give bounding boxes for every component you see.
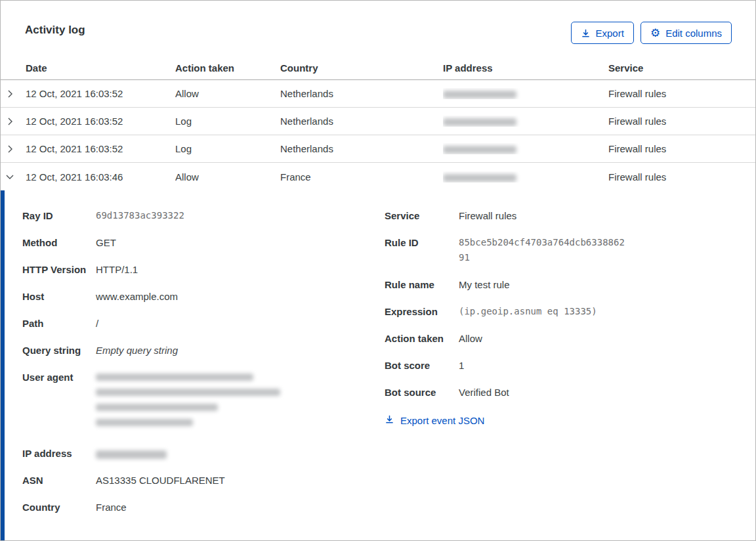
- field-ip-address: IP address: [22, 446, 385, 461]
- field-host: Host www.example.com: [22, 289, 385, 304]
- event-detail-panel: Ray ID 69d13783ac393322 Method GET HTTP …: [1, 190, 755, 540]
- field-ray-id: Ray ID 69d13783ac393322: [22, 208, 385, 223]
- download-icon: [581, 28, 591, 38]
- field-user-agent: User agent: [22, 370, 385, 434]
- cell-country: Netherlands: [280, 88, 443, 99]
- field-country: Country France: [22, 500, 385, 515]
- cell-action-taken: Allow: [175, 88, 280, 99]
- cell-action-taken: Allow: [175, 171, 280, 183]
- edit-columns-button[interactable]: ⚙ Edit columns: [640, 22, 732, 44]
- expand-row-button[interactable]: [3, 115, 16, 128]
- gear-icon: ⚙: [650, 28, 660, 39]
- chevron-down-icon: [5, 174, 15, 183]
- cell-service: Firewall rules: [608, 116, 755, 127]
- field-rule-id: Rule ID 85bce5b204cf4703a764dcb633886291: [385, 235, 742, 265]
- chevron-right-icon: [5, 146, 15, 156]
- cell-ip-address-redacted: [443, 171, 608, 183]
- field-bot-source: Bot source Verified Bot: [385, 385, 742, 400]
- field-action-taken: Action taken Allow: [385, 331, 742, 346]
- cell-country: Netherlands: [280, 116, 443, 127]
- cell-date: 12 Oct, 2021 16:03:52: [26, 116, 175, 127]
- export-button[interactable]: Export: [571, 22, 634, 44]
- field-service: Service Firewall rules: [385, 208, 742, 223]
- cell-action-taken: Log: [175, 143, 280, 154]
- cell-ip-address-redacted: [443, 88, 608, 99]
- cell-country: France: [280, 171, 443, 183]
- cell-date: 12 Oct, 2021 16:03:52: [26, 143, 175, 154]
- cell-service: Firewall rules: [608, 171, 755, 183]
- expand-row-button[interactable]: [3, 87, 16, 100]
- download-icon: [385, 414, 394, 426]
- table-row-expanded[interactable]: 12 Oct, 2021 16:03:46 Allow France Firew…: [1, 163, 755, 190]
- field-asn: ASN AS13335 CLOUDFLARENET: [22, 473, 385, 488]
- page-header: Activity log Export ⚙ Edit columns: [1, 1, 755, 60]
- column-header-ip-address: IP address: [443, 62, 608, 79]
- column-header-date: Date: [26, 62, 175, 79]
- table-row[interactable]: 12 Oct, 2021 16:03:52 Log Netherlands Fi…: [1, 135, 755, 163]
- field-path: Path /: [22, 316, 385, 331]
- field-expression: Expression (ip.geoip.asnum eq 13335): [385, 304, 742, 319]
- detail-left-column: Ray ID 69d13783ac393322 Method GET HTTP …: [22, 208, 385, 527]
- cell-date: 12 Oct, 2021 16:03:52: [26, 88, 175, 99]
- table-header-row: Date Action taken Country IP address Ser…: [1, 60, 755, 80]
- export-event-json-label: Export event JSON: [400, 415, 484, 426]
- page-title: Activity log: [25, 22, 85, 37]
- cell-ip-address-redacted: [443, 143, 608, 154]
- export-button-label: Export: [596, 28, 624, 39]
- table-row[interactable]: 12 Oct, 2021 16:03:52 Allow Netherlands …: [1, 80, 755, 108]
- activity-table: Date Action taken Country IP address Ser…: [1, 60, 755, 190]
- detail-right-column: Service Firewall rules Rule ID 85bce5b20…: [385, 208, 742, 427]
- cell-action-taken: Log: [175, 116, 280, 127]
- column-header-country: Country: [280, 62, 443, 79]
- collapse-row-button[interactable]: [3, 170, 16, 183]
- ip-address-redacted: [96, 446, 167, 461]
- toolbar: Export ⚙ Edit columns: [571, 22, 732, 44]
- chevron-right-icon: [5, 119, 15, 128]
- field-bot-score: Bot score 1: [385, 358, 742, 373]
- table-row[interactable]: 12 Oct, 2021 16:03:52 Log Netherlands Fi…: [1, 108, 755, 135]
- edit-columns-button-label: Edit columns: [665, 28, 722, 39]
- export-event-json-link[interactable]: Export event JSON: [385, 414, 484, 426]
- field-query-string: Query string Empty query string: [22, 343, 385, 358]
- cell-date: 12 Oct, 2021 16:03:46: [26, 171, 175, 183]
- activity-log-panel: Activity log Export ⚙ Edit columns Date …: [0, 0, 756, 541]
- field-rule-name: Rule name My test rule: [385, 277, 742, 292]
- cell-service: Firewall rules: [608, 143, 755, 154]
- field-http-version: HTTP Version HTTP/1.1: [22, 262, 385, 277]
- cell-country: Netherlands: [280, 143, 443, 154]
- user-agent-redacted: [96, 370, 280, 434]
- cell-service: Firewall rules: [608, 88, 755, 99]
- column-header-service: Service: [608, 62, 755, 79]
- column-header-action-taken: Action taken: [175, 62, 280, 79]
- expand-row-button[interactable]: [3, 142, 16, 156]
- field-method: Method GET: [22, 235, 385, 250]
- chevron-right-icon: [5, 91, 15, 100]
- cell-ip-address-redacted: [443, 116, 608, 127]
